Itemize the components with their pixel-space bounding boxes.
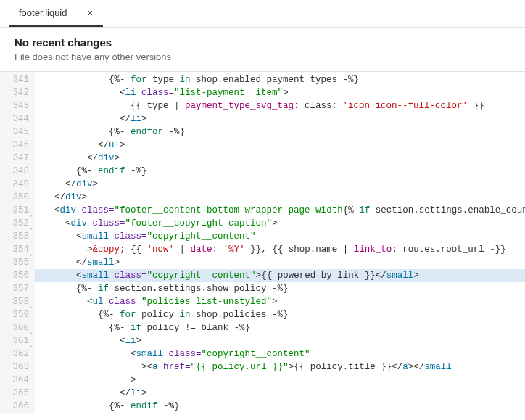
- code-line[interactable]: <li class="list-payment__item">: [35, 86, 525, 99]
- header-subtitle: File does not have any other versions: [15, 52, 510, 62]
- code-line[interactable]: {%- for policy in shop.policies -%}: [35, 308, 525, 321]
- line-number: 357: [0, 282, 29, 295]
- code-line[interactable]: <small class="copyright__content">{{ pow…: [35, 269, 525, 282]
- line-number: 355: [0, 256, 29, 269]
- tab-active[interactable]: footer.liquid ×: [9, 0, 103, 27]
- line-number: 360⌄: [0, 321, 29, 334]
- code-line[interactable]: {%- endif -%}: [35, 165, 525, 178]
- code-line[interactable]: </li>: [35, 112, 525, 125]
- code-line[interactable]: <li>: [35, 334, 525, 347]
- line-number: 356: [0, 269, 29, 282]
- code-line[interactable]: ><a href="{{ policy.url }}">{{ policy.ti…: [35, 361, 525, 374]
- line-number: 358⌄: [0, 295, 29, 308]
- code-line[interactable]: </div>: [35, 191, 525, 204]
- code-line[interactable]: {%- endif -%}: [35, 400, 525, 413]
- line-number-gutter: 341342343344345346347348349350351⌄352⌄35…: [0, 72, 35, 414]
- fold-chevron-icon[interactable]: ⌄: [29, 300, 33, 313]
- code-line[interactable]: </div>: [35, 152, 525, 165]
- code-line[interactable]: </li>: [35, 387, 525, 400]
- tab-filename: footer.liquid: [19, 7, 67, 18]
- code-line[interactable]: </small>: [35, 256, 525, 269]
- code-line[interactable]: <small class="copyright__content": [35, 230, 525, 243]
- line-number: 351⌄: [0, 204, 29, 217]
- line-number: 346: [0, 139, 29, 152]
- version-header: No recent changes File does not have any…: [0, 28, 525, 72]
- fold-chevron-icon[interactable]: ⌄: [29, 208, 33, 221]
- line-number: 365: [0, 387, 29, 400]
- code-line[interactable]: </ul>: [35, 139, 525, 152]
- line-number: 361⌄: [0, 334, 29, 347]
- line-number: 345: [0, 125, 29, 139]
- line-number: 352⌄: [0, 217, 29, 230]
- line-number: 353: [0, 230, 29, 243]
- close-icon[interactable]: ×: [88, 8, 94, 17]
- code-line[interactable]: </div>: [35, 178, 525, 191]
- line-number: 364: [0, 374, 29, 387]
- line-number: 344: [0, 112, 29, 125]
- code-body[interactable]: {%- for type in shop.enabled_payment_typ…: [35, 72, 525, 414]
- line-number: 366: [0, 400, 29, 413]
- line-number: 347: [0, 152, 29, 165]
- code-line[interactable]: <div class="footer__content-bottom-wrapp…: [35, 204, 525, 217]
- code-editor[interactable]: 341342343344345346347348349350351⌄352⌄35…: [0, 72, 525, 414]
- code-line[interactable]: {%- if section.settings.show_policy -%}: [35, 282, 525, 295]
- line-number: 341: [0, 73, 29, 86]
- code-line[interactable]: {%- if policy != blank -%}: [35, 321, 525, 334]
- line-number: 363: [0, 361, 29, 374]
- header-title: No recent changes: [15, 36, 510, 49]
- line-number: 359: [0, 308, 29, 321]
- fold-chevron-icon[interactable]: ⌄: [29, 247, 33, 260]
- code-line[interactable]: >: [35, 374, 525, 387]
- line-number: 348: [0, 165, 29, 178]
- code-line[interactable]: {%- for type in shop.enabled_payment_typ…: [35, 73, 525, 86]
- line-number: 354⌄: [0, 243, 29, 256]
- line-number: 343: [0, 99, 29, 112]
- line-number: 362: [0, 347, 29, 361]
- tab-bar: footer.liquid ×: [0, 0, 525, 28]
- fold-chevron-icon[interactable]: ⌄: [29, 326, 33, 339]
- code-line[interactable]: <div class="footer__copyright caption">: [35, 217, 525, 230]
- code-line[interactable]: >&copy; {{ 'now' | date: '%Y' }}, {{ sho…: [35, 243, 525, 256]
- code-line[interactable]: {%- endfor -%}: [35, 125, 525, 139]
- fold-chevron-icon[interactable]: ⌄: [29, 339, 33, 352]
- code-line[interactable]: <ul class="policies list-unstyled">: [35, 295, 525, 308]
- line-number: 342: [0, 86, 29, 99]
- line-number: 349: [0, 178, 29, 191]
- fold-chevron-icon[interactable]: ⌄: [29, 221, 33, 234]
- code-line[interactable]: <small class="copyright__content": [35, 347, 525, 361]
- code-line[interactable]: {{ type | payment_type_svg_tag: class: '…: [35, 99, 525, 112]
- line-number: 350: [0, 191, 29, 204]
